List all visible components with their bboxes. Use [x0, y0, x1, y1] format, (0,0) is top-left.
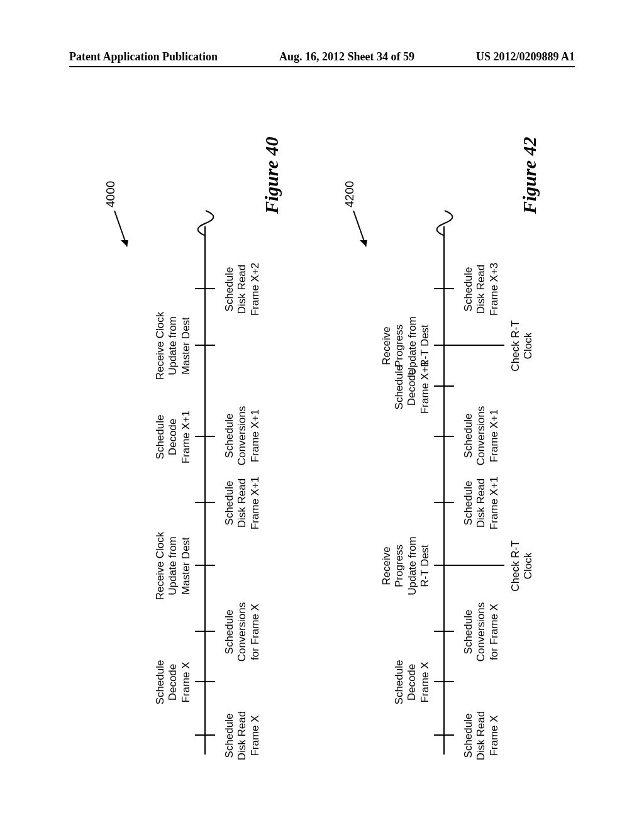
tick — [434, 681, 454, 682]
label-decode-x: Schedule Decode Frame X — [393, 651, 431, 714]
label-disk-x: Schedule Disk Read Frame X — [462, 704, 501, 767]
label-conv-x: Schedule Conversions for Frame X — [462, 597, 501, 667]
tick — [195, 288, 215, 289]
header-center: Aug. 16, 2012 Sheet 34 of 59 — [279, 50, 414, 64]
tick — [195, 734, 215, 736]
tick — [434, 565, 454, 566]
timeline — [443, 226, 445, 755]
arrow-icon — [352, 208, 371, 252]
tick — [434, 631, 454, 632]
label-conv-x1: Schedule Conversions Frame X+1 — [223, 398, 262, 473]
timeline — [204, 226, 206, 755]
tick — [195, 565, 215, 566]
wavy-break-icon — [187, 201, 225, 239]
label-progress-2: Receive Progress Update from R-T Dest — [380, 305, 432, 387]
tick — [434, 502, 454, 503]
label-clock-1: Receive Clock Update from Master Dest — [154, 525, 192, 607]
tick — [434, 436, 454, 437]
header-rule — [69, 66, 575, 67]
label-check-rt-1: Check R-T Clock — [509, 534, 535, 597]
header-right: US 2012/0209889 A1 — [476, 50, 575, 64]
tick-long — [454, 345, 504, 346]
tick — [434, 345, 454, 346]
tick — [434, 288, 454, 289]
label-progress-1: Receive Progress Update from R-T Dest — [380, 525, 432, 607]
figures-area: Schedule Decode Frame X Receive Clock Up… — [0, 192, 644, 689]
wavy-break-icon — [426, 201, 464, 239]
label-clock-2: Receive Clock Update from Master Dest — [154, 305, 192, 387]
label-disk-x3: Schedule Disk Read Frame X+3 — [462, 252, 501, 327]
label-disk-x1: Schedule Disk Read Frame X+1 — [223, 465, 262, 541]
figure-40: Schedule Decode Frame X Receive Clock Up… — [97, 107, 311, 773]
label-disk-x: Schedule Disk Read Frame X — [223, 704, 262, 767]
ref-4200: 4200 — [343, 181, 357, 208]
tick — [195, 631, 215, 632]
label-disk-x1: Schedule Disk Read Frame X+1 — [462, 465, 501, 541]
tick — [195, 681, 215, 682]
label-decode-x1: Schedule Decode Frame X+1 — [154, 396, 192, 478]
figure-caption: Figure 40 — [261, 136, 282, 214]
label-conv-x1: Schedule Conversions Frame X+1 — [462, 398, 501, 473]
figure-caption: Figure 42 — [519, 136, 540, 214]
tick — [195, 436, 215, 437]
ref-4000: 4000 — [104, 181, 118, 208]
label-disk-x2: Schedule Disk Read Frame X+2 — [223, 252, 262, 327]
page-header: Patent Application Publication Aug. 16, … — [0, 50, 644, 67]
arrow-icon — [113, 208, 132, 252]
figure-42: Schedule Decode Frame X Receive Progress… — [336, 107, 563, 773]
label-conv-x: Schedule Conversions for Frame X — [223, 597, 262, 667]
tick — [434, 385, 454, 387]
tick-long — [454, 565, 504, 566]
tick — [434, 734, 454, 736]
label-decode-x: Schedule Decode Frame X — [154, 651, 192, 714]
tick — [195, 502, 215, 503]
tick — [195, 345, 215, 346]
label-check-rt-2: Check R-T Clock — [509, 314, 535, 377]
header-left: Patent Application Publication — [69, 50, 218, 64]
